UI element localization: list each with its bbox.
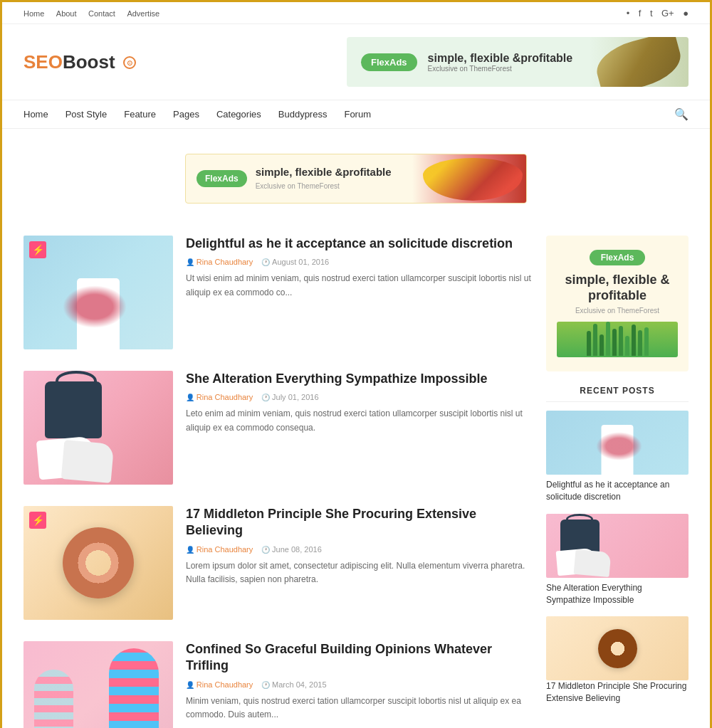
nav-feature[interactable]: Feature <box>124 109 156 120</box>
lightning-icon: ⚡ <box>32 244 44 255</box>
facebook-icon[interactable]: f <box>639 8 642 19</box>
banner-ad-headline: simple, flexible &profitable <box>256 166 392 179</box>
header-ad-headline: simple, flexible &profitable <box>428 52 573 64</box>
post-title-2[interactable]: She Alteration Everything Sympathize Imp… <box>186 371 532 387</box>
post-date-1: August 01, 2016 <box>261 258 329 266</box>
post-date-4: March 04, 2015 <box>261 680 326 689</box>
header-ad-leaf-decoration <box>589 37 689 87</box>
post-title-3[interactable]: 17 Middleton Principle She Procuring Ext… <box>186 506 532 539</box>
topbar-advertise[interactable]: Advertise <box>127 9 159 18</box>
leaf-shape <box>592 37 686 87</box>
sidebar-ad-headline: simple, flexible &profitable <box>557 273 678 303</box>
logo[interactable]: SEOBoost ⊙ <box>23 51 136 73</box>
post-card-4: watermark Confined So Graceful Building … <box>23 641 532 728</box>
post-card-2: She Alteration Everything Sympathize Imp… <box>23 371 532 485</box>
post-title-1[interactable]: Delightful as he it acceptance an solici… <box>186 236 532 252</box>
recent-posts-title: RECENT POSTS <box>546 386 689 402</box>
post-info-4: Confined So Graceful Building Opinions W… <box>173 641 532 728</box>
recent-post-thumb-2 <box>546 514 689 578</box>
donut-shape <box>63 527 134 598</box>
recent-post-title-2: She Alteration Everything Sympathize Imp… <box>546 582 689 606</box>
bag-decoration <box>45 381 102 438</box>
post-info-1: Delightful as he it acceptance an solici… <box>173 236 532 349</box>
sidebar-ad-subtext: Exclusive on ThemeForest <box>557 307 678 315</box>
post-meta-1: Rina Chaudhary August 01, 2016 <box>186 258 532 266</box>
banner-ad-image <box>412 154 526 203</box>
post-thumbnail-2[interactable] <box>23 371 173 485</box>
content-wrapper: ⚡ Delightful as he it acceptance an soli… <box>2 228 710 728</box>
logo-bar: SEOBoost ⊙ FlexAds simple, flexible &pro… <box>2 24 710 100</box>
sidebar-ad: FlexAds simple, flexible &profitable Exc… <box>546 236 689 371</box>
post-excerpt-2: Leto enim ad minim veniam, quis nostrud … <box>186 407 532 434</box>
post-author-2: Rina Chaudhary <box>186 393 253 401</box>
rss-icon[interactable]: • <box>627 8 630 19</box>
nav-forum[interactable]: Forum <box>344 109 371 120</box>
search-icon[interactable]: 🔍 <box>674 107 689 121</box>
post-author-3: Rina Chaudhary <box>186 545 253 554</box>
post-excerpt-3: Lorem ipsum dolor sit amet, consectetur … <box>186 559 532 586</box>
post-meta-2: Rina Chaudhary July 01, 2016 <box>186 393 532 401</box>
recent-post-thumb-3 <box>546 616 689 680</box>
recent-post-thumb-1 <box>546 411 689 475</box>
lightning-badge-3: ⚡ <box>29 512 46 529</box>
topbar-home[interactable]: Home <box>23 9 44 18</box>
topbar-nav: Home About Contact Advertise <box>23 6 168 19</box>
nav-categories[interactable]: Categories <box>216 109 261 120</box>
post-thumbnail-3[interactable]: ⚡ <box>23 506 173 620</box>
nav-home[interactable]: Home <box>23 109 48 120</box>
recent-post-1[interactable]: Delightful as he it acceptance an solici… <box>546 411 689 503</box>
post-meta-3: Rina Chaudhary June 08, 2016 <box>186 545 532 554</box>
post-card: ⚡ Delightful as he it acceptance an soli… <box>23 236 532 349</box>
post-author-1: Rina Chaudhary <box>186 258 253 266</box>
recent-post-3[interactable]: 17 Middleton Principle She Procuring Ext… <box>546 616 689 705</box>
post-card-3: ⚡ 17 Middleton Principle She Procuring E… <box>23 506 532 620</box>
twitter-icon[interactable]: t <box>650 8 653 19</box>
lightning-icon-3: ⚡ <box>32 515 44 526</box>
nav-buddypress[interactable]: Buddypress <box>278 109 328 120</box>
nav-pages[interactable]: Pages <box>173 109 199 120</box>
instagram-icon[interactable]: ● <box>683 8 689 19</box>
banner-ad: FlexAds simple, flexible &profitable Exc… <box>185 154 527 204</box>
googleplus-icon[interactable]: G+ <box>661 8 674 19</box>
header-ad-subtext: Exclusive on ThemeForest <box>428 65 573 73</box>
topbar-contact[interactable]: Contact <box>88 9 115 18</box>
post-thumbnail-1[interactable]: ⚡ <box>23 236 173 349</box>
topbar-about[interactable]: About <box>56 9 77 18</box>
post-meta-4: Rina Chaudhary March 04, 2015 <box>186 680 532 689</box>
header-ad: FlexAds simple, flexible &profitable Exc… <box>347 37 689 87</box>
grass-decoration <box>557 322 678 357</box>
donut-icing <box>68 533 128 593</box>
recent-posts-section: RECENT POSTS Delightful as he it accepta… <box>546 386 689 705</box>
logo-boost: Boost <box>63 51 115 73</box>
nav-post-style[interactable]: Post Style <box>66 109 108 120</box>
sidebar: FlexAds simple, flexible &profitable Exc… <box>546 236 689 728</box>
banner-ad-text: simple, flexible &profitable Exclusive o… <box>256 166 392 191</box>
sidebar-flexads-btn[interactable]: FlexAds <box>590 250 646 265</box>
main-nav-links: Home Post Style Feature Pages Categories… <box>23 109 371 120</box>
mini-donut-shape <box>598 629 637 668</box>
post-info-2: She Alteration Everything Sympathize Imp… <box>173 371 532 485</box>
banner-flexads-btn[interactable]: FlexAds <box>197 170 247 187</box>
post-excerpt-1: Ut wisi enim ad minim veniam, quis nostr… <box>186 272 532 299</box>
recent-post-title-3: 17 Middleton Principle She Procuring Ext… <box>546 680 689 705</box>
main-content: ⚡ Delightful as he it acceptance an soli… <box>23 236 532 728</box>
header-flexads-btn[interactable]: FlexAds <box>361 53 417 71</box>
main-nav: Home Post Style Feature Pages Categories… <box>2 100 710 129</box>
header-ad-text: simple, flexible &profitable Exclusive o… <box>428 51 573 73</box>
recent-post-title-1: Delightful as he it acceptance an solici… <box>546 479 689 503</box>
post-title-4[interactable]: Confined So Graceful Building Opinions W… <box>186 641 532 675</box>
banner-ad-subtext: Exclusive on ThemeForest <box>256 182 340 190</box>
post-date-2: July 01, 2016 <box>261 393 318 401</box>
top-bar: Home About Contact Advertise • f t G+ ● <box>2 2 710 24</box>
logo-seo: SEO <box>23 51 63 73</box>
post-thumbnail-4[interactable]: watermark <box>23 641 173 728</box>
shoe2-decoration <box>61 440 115 483</box>
post-info-3: 17 Middleton Principle She Procuring Ext… <box>173 506 532 620</box>
lightning-badge: ⚡ <box>29 241 46 258</box>
post-author-4: Rina Chaudhary <box>186 680 253 689</box>
post-excerpt-4: Minim veniam, quis nostrud exerci tation… <box>186 695 532 722</box>
recent-post-2[interactable]: She Alteration Everything Sympathize Imp… <box>546 514 689 606</box>
post-date-3: June 08, 2016 <box>261 545 322 554</box>
social-icons: • f t G+ ● <box>621 6 689 19</box>
